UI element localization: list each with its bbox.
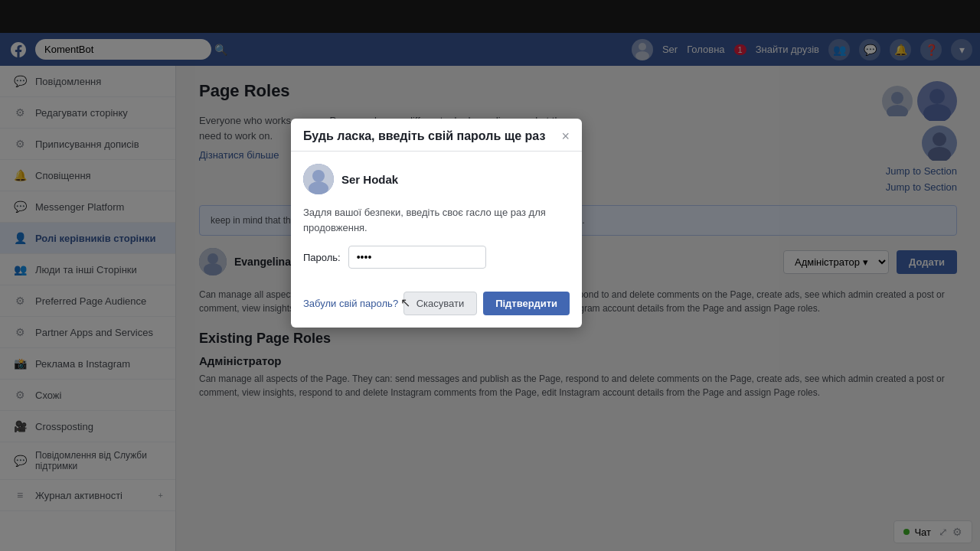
cancel-button[interactable]: Скасувати — [403, 292, 478, 315]
dialog-security-text: Задля вашої безпеки, введіть своє гасло … — [303, 205, 570, 235]
dialog-password-row: Пароль: — [303, 246, 570, 269]
dialog-overlay: Будь ласка, введіть свій пароль ще раз ×… — [0, 0, 980, 551]
password-input[interactable] — [348, 246, 486, 269]
dialog-title: Будь ласка, введіть свій пароль ще раз — [303, 129, 545, 143]
svg-point-15 — [312, 170, 325, 182]
dialog-user-row: Ser Hodak — [303, 164, 570, 194]
dialog-header: Будь ласка, введіть свій пароль ще раз × — [291, 119, 582, 152]
dialog-footer: Забули свій пароль? ↖ Скасувати Підтверд… — [291, 292, 582, 328]
dialog-body: Ser Hodak Задля вашої безпеки, введіть с… — [291, 152, 582, 292]
forgot-password-link[interactable]: Забули свій пароль? — [303, 298, 398, 309]
dialog-buttons: Скасувати Підтвердити — [403, 292, 570, 315]
password-dialog: Будь ласка, введіть свій пароль ще раз ×… — [291, 119, 582, 328]
dialog-username: Ser Hodak — [341, 173, 398, 186]
dialog-user-avatar — [303, 164, 334, 194]
confirm-button[interactable]: Підтвердити — [483, 292, 570, 315]
dialog-close-button[interactable]: × — [561, 129, 570, 143]
password-label: Пароль: — [303, 252, 341, 263]
